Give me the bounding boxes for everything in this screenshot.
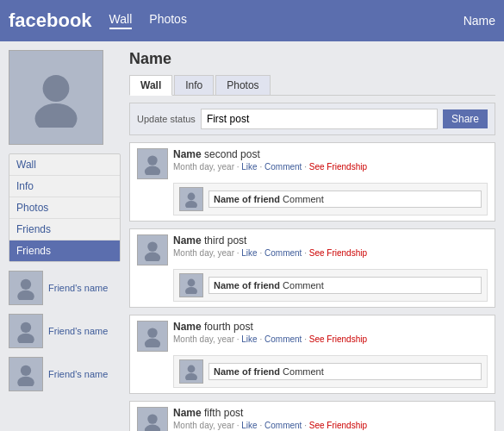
post-avatar bbox=[137, 321, 168, 352]
like-link[interactable]: Like bbox=[241, 162, 257, 172]
post-body: Name fifth post Month day, year · Like ·… bbox=[173, 407, 488, 430]
comment-item: Name of friend Comment bbox=[173, 355, 488, 388]
post-item: Name fifth post Month day, year · Like ·… bbox=[129, 401, 495, 431]
svg-point-13 bbox=[145, 253, 160, 261]
nav-link-wall[interactable]: Wall bbox=[109, 12, 133, 29]
like-link[interactable]: Like bbox=[241, 334, 257, 344]
post-meta: Month day, year · Like · Comment · See F… bbox=[173, 421, 488, 430]
post-author-name: Name bbox=[173, 407, 202, 419]
nav-link-photos[interactable]: Photos bbox=[149, 12, 187, 29]
svg-point-12 bbox=[147, 241, 157, 251]
brand-logo[interactable]: facebook bbox=[9, 9, 92, 32]
post-date: Month day, year bbox=[173, 421, 234, 430]
svg-point-7 bbox=[17, 377, 34, 386]
sidebar-item-friends-active[interactable]: Friends bbox=[9, 240, 120, 261]
friend-name[interactable]: Friend's name bbox=[48, 326, 108, 336]
post-avatar bbox=[137, 234, 168, 265]
top-navigation: facebook Wall Photos Name bbox=[0, 0, 504, 41]
profile-name: Name bbox=[129, 50, 495, 68]
comment-item: Name of friend Comment bbox=[173, 269, 488, 302]
post-header: Name third post Month day, year · Like ·… bbox=[137, 234, 488, 265]
post-date: Month day, year bbox=[173, 162, 234, 172]
sidebar-item-wall[interactable]: Wall bbox=[9, 154, 120, 176]
tab-photos[interactable]: Photos bbox=[215, 75, 270, 95]
friend-avatar bbox=[9, 271, 43, 305]
comment-link[interactable]: Comment bbox=[264, 248, 302, 258]
post-item: Name third post Month day, year · Like ·… bbox=[129, 228, 495, 308]
post-text: fifth post bbox=[204, 407, 243, 419]
post-text: second post bbox=[204, 148, 260, 160]
comment-box: Name of friend Comment bbox=[208, 191, 482, 208]
see-friendship-link[interactable]: See Friendship bbox=[309, 334, 367, 344]
svg-point-20 bbox=[147, 414, 157, 423]
comment-box: Name of friend Comment bbox=[208, 277, 482, 294]
nav-right-name[interactable]: Name bbox=[464, 14, 495, 28]
comment-author: Name of friend bbox=[214, 366, 280, 377]
see-friendship-link[interactable]: See Friendship bbox=[309, 162, 367, 172]
tab-wall[interactable]: Wall bbox=[129, 75, 172, 96]
post-meta: Month day, year · Like · Comment · See F… bbox=[173, 248, 488, 258]
sidebar-item-friends[interactable]: Friends bbox=[9, 219, 120, 240]
svg-point-17 bbox=[145, 339, 160, 347]
comment-avatar bbox=[179, 359, 203, 384]
left-sidebar: Wall Info Photos Friends Friends Friend'… bbox=[9, 50, 121, 431]
friends-section: Friend's name Friend's name Friend's nam… bbox=[9, 271, 121, 391]
svg-point-10 bbox=[188, 193, 196, 201]
comment-link[interactable]: Comment bbox=[264, 334, 302, 344]
svg-point-5 bbox=[17, 334, 34, 343]
post-header: Name fifth post Month day, year · Like ·… bbox=[137, 407, 488, 431]
comment-item: Name of friend Comment bbox=[173, 183, 488, 216]
nav-links: Wall Photos bbox=[109, 12, 187, 29]
share-button[interactable]: Share bbox=[443, 109, 488, 128]
svg-point-6 bbox=[21, 365, 31, 376]
post-header: Name second post Month day, year · Like … bbox=[137, 148, 488, 179]
main-container: Wall Info Photos Friends Friends Friend'… bbox=[0, 41, 504, 431]
comment-author: Name of friend bbox=[214, 280, 280, 290]
comment-author: Name of friend bbox=[214, 194, 280, 204]
profile-avatar-large bbox=[9, 50, 103, 145]
post-text: fourth post bbox=[204, 321, 253, 333]
comment-avatar bbox=[179, 273, 203, 297]
post-text: third post bbox=[204, 234, 246, 247]
comment-link[interactable]: Comment bbox=[264, 162, 302, 172]
svg-point-15 bbox=[185, 287, 197, 294]
post-avatar bbox=[137, 148, 168, 179]
svg-point-8 bbox=[147, 155, 157, 165]
sidebar-item-photos[interactable]: Photos bbox=[9, 197, 120, 219]
comment-avatar bbox=[179, 187, 203, 211]
svg-point-14 bbox=[188, 279, 196, 287]
svg-point-9 bbox=[145, 166, 160, 175]
svg-point-11 bbox=[185, 201, 197, 208]
like-link[interactable]: Like bbox=[241, 421, 257, 430]
post-author-name: Name bbox=[173, 148, 202, 160]
comment-link[interactable]: Comment bbox=[264, 421, 302, 430]
friend-item: Friend's name bbox=[9, 271, 121, 305]
post-body: Name third post Month day, year · Like ·… bbox=[173, 234, 488, 258]
svg-point-4 bbox=[21, 322, 31, 333]
post-date: Month day, year bbox=[173, 248, 234, 258]
comment-text: Comment bbox=[283, 280, 324, 290]
status-input[interactable] bbox=[201, 109, 438, 129]
friend-name[interactable]: Friend's name bbox=[48, 369, 108, 379]
comment-text: Comment bbox=[283, 194, 324, 204]
see-friendship-link[interactable]: See Friendship bbox=[309, 248, 367, 258]
tab-info[interactable]: Info bbox=[174, 75, 214, 95]
post-date: Month day, year bbox=[173, 334, 234, 344]
post-avatar bbox=[137, 407, 168, 431]
svg-point-3 bbox=[17, 290, 34, 300]
svg-point-0 bbox=[43, 75, 70, 102]
post-meta: Month day, year · Like · Comment · See F… bbox=[173, 162, 488, 172]
post-meta: Month day, year · Like · Comment · See F… bbox=[173, 334, 488, 344]
post-header: Name fourth post Month day, year · Like … bbox=[137, 321, 488, 352]
friend-name[interactable]: Friend's name bbox=[48, 283, 108, 293]
comment-text: Comment bbox=[283, 366, 324, 377]
friend-avatar bbox=[9, 314, 43, 348]
profile-tabs: Wall Info Photos bbox=[129, 75, 495, 96]
post-author-name: Name bbox=[173, 321, 202, 333]
like-link[interactable]: Like bbox=[241, 248, 257, 258]
post-body: Name second post Month day, year · Like … bbox=[173, 148, 488, 172]
sidebar-item-info[interactable]: Info bbox=[9, 176, 120, 197]
friend-avatar bbox=[9, 357, 43, 391]
see-friendship-link[interactable]: See Friendship bbox=[309, 421, 367, 430]
comment-box: Name of friend Comment bbox=[208, 363, 482, 380]
